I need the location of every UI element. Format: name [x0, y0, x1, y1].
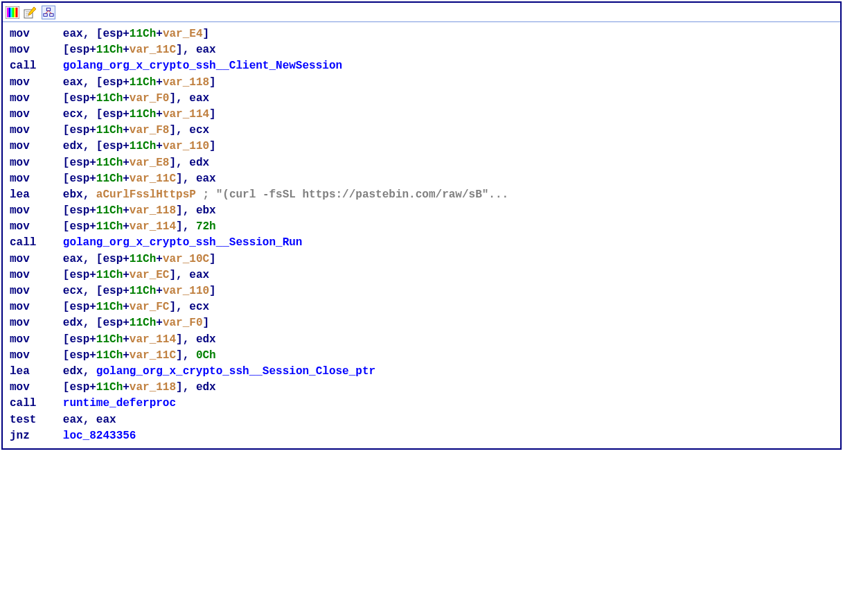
- asm-line[interactable]: moveax, [esp+11Ch+var_10C]: [10, 252, 833, 267]
- reg-token: esp: [69, 269, 89, 281]
- asm-line[interactable]: leaebx, aCurlFsslHttpsP ; "(curl -fsSL h…: [10, 187, 833, 203]
- num-token: 11Ch: [96, 269, 123, 281]
- sym-token[interactable]: runtime_deferproc: [63, 397, 176, 410]
- edit-icon[interactable]: [24, 6, 37, 19]
- asm-line[interactable]: mov[esp+11Ch+var_E8], edx: [10, 155, 833, 171]
- var-token[interactable]: var_F0: [130, 92, 170, 105]
- asm-line[interactable]: movecx, [esp+11Ch+var_114]: [10, 107, 833, 123]
- var-token[interactable]: var_10C: [163, 253, 209, 265]
- num-token: 72h: [196, 220, 216, 233]
- graph-box-icon[interactable]: [42, 6, 55, 19]
- punct-token: , [: [83, 253, 103, 265]
- punct-token: +: [123, 381, 130, 394]
- disassembly-listing[interactable]: moveax, [esp+11Ch+var_E4]mov[esp+11Ch+va…: [3, 22, 840, 448]
- asm-line[interactable]: mov[esp+11Ch+var_114], 72h: [10, 219, 833, 235]
- reg-token: edx: [196, 381, 216, 394]
- var-token[interactable]: var_EC: [130, 269, 170, 281]
- reg-token: ebx: [196, 204, 216, 217]
- asm-line[interactable]: movecx, [esp+11Ch+var_110]: [10, 283, 833, 299]
- num-token: 11Ch: [130, 140, 156, 152]
- asm-line[interactable]: movedx, [esp+11Ch+var_F0]: [10, 315, 833, 331]
- var-token[interactable]: var_118: [130, 204, 176, 217]
- punct-token: +: [123, 317, 130, 329]
- var-token[interactable]: var_118: [130, 381, 176, 394]
- var-token[interactable]: var_E8: [130, 157, 170, 169]
- var-token[interactable]: var_11C: [130, 349, 176, 362]
- var-token[interactable]: var_114: [130, 220, 176, 233]
- var-token[interactable]: var_E4: [163, 28, 203, 40]
- punct-token: +: [89, 220, 96, 233]
- reg-token: eax: [63, 76, 83, 89]
- sym-token[interactable]: golang_org_x_crypto_ssh__Client_NewSessi…: [63, 60, 342, 72]
- reg-token: ecx: [189, 301, 209, 313]
- mnemonic: mov: [10, 348, 63, 364]
- reg-token: esp: [69, 44, 89, 56]
- var-token[interactable]: var_F0: [163, 317, 203, 329]
- mnemonic: mov: [10, 75, 63, 91]
- svg-line-16: [48, 10, 51, 13]
- asm-line[interactable]: mov[esp+11Ch+var_11C], eax: [10, 42, 833, 58]
- symref-token[interactable]: aCurlFsslHttpsP: [96, 188, 196, 201]
- var-token[interactable]: var_110: [163, 285, 209, 297]
- punct-token: , [: [83, 76, 103, 89]
- punct-token: ]: [209, 108, 216, 121]
- punct-token: +: [89, 301, 96, 313]
- punct-token: [: [63, 92, 70, 105]
- var-token[interactable]: var_110: [163, 140, 209, 152]
- asm-line[interactable]: callgolang_org_x_crypto_ssh__Client_NewS…: [10, 58, 833, 74]
- reg-token: eax: [63, 28, 83, 40]
- var-token[interactable]: var_F8: [130, 124, 170, 137]
- asm-line[interactable]: moveax, [esp+11Ch+var_E4]: [10, 26, 833, 42]
- asm-line[interactable]: testeax, eax: [10, 412, 833, 428]
- rainbow-icon[interactable]: [6, 6, 19, 19]
- asm-line[interactable]: movedx, [esp+11Ch+var_110]: [10, 139, 833, 155]
- asm-line[interactable]: mov[esp+11Ch+var_114], edx: [10, 332, 833, 348]
- punct-token: ],: [176, 220, 196, 233]
- sym-token[interactable]: golang_org_x_crypto_ssh__Session_Run: [63, 236, 303, 249]
- mnemonic: mov: [10, 26, 63, 42]
- asm-line[interactable]: callgolang_org_x_crypto_ssh__Session_Run: [10, 235, 833, 251]
- asm-line[interactable]: callruntime_deferproc: [10, 396, 833, 412]
- punct-token: , [: [83, 140, 103, 152]
- asm-line[interactable]: jnzloc_8243356: [10, 428, 833, 444]
- punct-token: +: [89, 92, 96, 105]
- punct-token: ,: [83, 188, 96, 201]
- asm-line[interactable]: mov[esp+11Ch+var_F8], ecx: [10, 123, 833, 139]
- reg-token: esp: [69, 173, 89, 185]
- var-token[interactable]: var_118: [163, 76, 209, 89]
- punct-token: ],: [176, 349, 196, 362]
- asm-line[interactable]: mov[esp+11Ch+var_118], edx: [10, 380, 833, 396]
- asm-line[interactable]: leaedx, golang_org_x_crypto_ssh__Session…: [10, 364, 833, 380]
- punct-token: +: [89, 124, 96, 137]
- sym-token[interactable]: golang_org_x_crypto_ssh__Session_Close_p…: [96, 365, 375, 378]
- num-token: 11Ch: [130, 28, 156, 40]
- punct-token: ]: [209, 140, 216, 152]
- mnemonic: call: [10, 58, 63, 74]
- punct-token: +: [123, 269, 130, 281]
- reg-token: esp: [103, 253, 123, 265]
- mnemonic: mov: [10, 203, 63, 219]
- asm-line[interactable]: mov[esp+11Ch+var_118], ebx: [10, 203, 833, 219]
- reg-token: esp: [69, 92, 89, 105]
- reg-token: edx: [63, 317, 83, 329]
- punct-token: +: [123, 124, 130, 137]
- mnemonic: mov: [10, 123, 63, 139]
- reg-token: esp: [69, 301, 89, 313]
- punct-token: ]: [209, 253, 216, 265]
- var-token[interactable]: var_11C: [130, 44, 176, 56]
- asm-line[interactable]: mov[esp+11Ch+var_11C], 0Ch: [10, 348, 833, 364]
- var-token[interactable]: var_114: [163, 108, 209, 121]
- mnemonic: mov: [10, 252, 63, 267]
- var-token[interactable]: var_114: [130, 333, 176, 346]
- sym-token[interactable]: loc_8243356: [63, 430, 136, 442]
- asm-line[interactable]: mov[esp+11Ch+var_11C], eax: [10, 171, 833, 187]
- var-token[interactable]: var_FC: [130, 301, 170, 313]
- asm-line[interactable]: mov[esp+11Ch+var_F0], eax: [10, 91, 833, 107]
- asm-line[interactable]: mov[esp+11Ch+var_FC], ecx: [10, 299, 833, 315]
- reg-token: ecx: [63, 285, 83, 297]
- svg-rect-2: [9, 8, 11, 17]
- punct-token: +: [156, 76, 163, 89]
- asm-line[interactable]: moveax, [esp+11Ch+var_118]: [10, 75, 833, 91]
- var-token[interactable]: var_11C: [130, 173, 176, 185]
- asm-line[interactable]: mov[esp+11Ch+var_EC], eax: [10, 267, 833, 283]
